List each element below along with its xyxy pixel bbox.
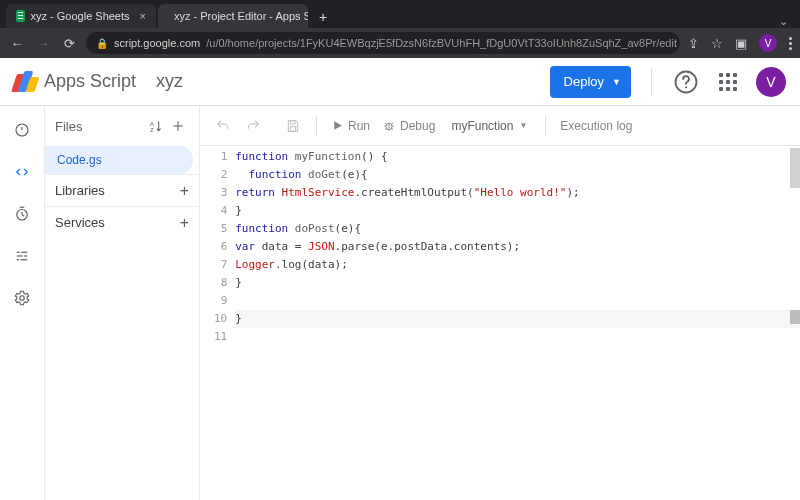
profile-avatar[interactable]: V xyxy=(759,34,777,52)
window-controls: ⌄ xyxy=(779,15,800,28)
lock-icon: 🔒 xyxy=(96,38,108,49)
libraries-section[interactable]: Libraries + xyxy=(45,174,199,206)
editor-area: Run Debug myFunction ▼ Execution log 123… xyxy=(200,106,800,500)
svg-marker-23 xyxy=(334,121,342,130)
new-tab-button[interactable]: + xyxy=(312,6,334,28)
left-rail xyxy=(0,106,44,500)
add-service-icon[interactable]: + xyxy=(180,214,189,232)
caret-down-icon: ▼ xyxy=(612,77,621,87)
google-apps-icon[interactable] xyxy=(714,68,742,96)
rail-triggers-icon[interactable] xyxy=(8,200,36,228)
project-name[interactable]: xyz xyxy=(156,71,183,92)
divider xyxy=(545,116,546,136)
brand-name: Apps Script xyxy=(44,71,136,92)
section-label: Libraries xyxy=(55,183,105,198)
address-bar[interactable]: 🔒 script.google.com/u/0/home/projects/1F… xyxy=(86,32,680,54)
svg-line-28 xyxy=(385,123,387,124)
rail-overview-icon[interactable] xyxy=(8,116,36,144)
apps-script-app: Apps Script xyz Deploy ▼ V xyxy=(0,58,800,500)
star-icon[interactable]: ☆ xyxy=(711,36,723,51)
files-title: Files xyxy=(55,119,82,134)
file-panel: Files AZ Code.gs Libraries + Services xyxy=(44,106,200,500)
minimap[interactable] xyxy=(790,146,800,500)
function-selector[interactable]: myFunction ▼ xyxy=(443,119,535,133)
line-gutter: 1234567891011 xyxy=(200,148,235,346)
close-icon[interactable]: × xyxy=(140,10,146,22)
code-editor[interactable]: 1234567891011 function myFunction() { fu… xyxy=(200,146,800,500)
deploy-button[interactable]: Deploy ▼ xyxy=(550,66,631,98)
code-lines[interactable]: function myFunction() { function doGet(e… xyxy=(235,148,800,346)
extensions-icon[interactable]: ▣ xyxy=(735,36,747,51)
rail-settings-icon[interactable] xyxy=(8,284,36,312)
save-icon[interactable] xyxy=(280,113,306,139)
divider xyxy=(651,68,652,96)
file-name: Code.gs xyxy=(57,153,102,167)
apps-script-logo-icon xyxy=(14,71,36,93)
chevron-down-icon[interactable]: ⌄ xyxy=(779,15,788,28)
share-icon[interactable]: ⇪ xyxy=(688,36,699,51)
caret-down-icon: ▼ xyxy=(519,121,527,130)
rail-editor-icon[interactable] xyxy=(8,158,36,186)
tab-title: xyz - Project Editor - Apps Sc xyxy=(174,10,308,22)
file-item[interactable]: Code.gs xyxy=(45,146,193,174)
svg-rect-21 xyxy=(290,120,295,123)
editor-toolbar: Run Debug myFunction ▼ Execution log xyxy=(200,106,800,146)
sheets-icon xyxy=(16,10,25,22)
svg-rect-22 xyxy=(290,126,295,131)
rail-executions-icon[interactable] xyxy=(8,242,36,270)
url-path: /u/0/home/projects/1FyKU4EWBqzjE5fDzsN6f… xyxy=(206,37,677,49)
sort-icon[interactable]: AZ xyxy=(145,115,167,137)
section-label: Services xyxy=(55,215,105,230)
svg-point-1 xyxy=(685,86,687,88)
svg-line-29 xyxy=(391,123,393,124)
reload-button[interactable]: ⟳ xyxy=(60,34,78,52)
browser-toolbar: ← → ⟳ 🔒 script.google.com/u/0/home/proje… xyxy=(0,28,800,58)
svg-text:Z: Z xyxy=(150,127,154,133)
browser-tab[interactable]: xyz - Google Sheets × xyxy=(6,4,156,28)
back-button[interactable]: ← xyxy=(8,34,26,52)
divider xyxy=(316,116,317,136)
svg-text:A: A xyxy=(150,121,154,127)
help-icon[interactable] xyxy=(672,68,700,96)
redo-icon[interactable] xyxy=(240,113,266,139)
svg-line-7 xyxy=(22,215,24,217)
url-host: script.google.com xyxy=(114,37,200,49)
browser-chrome: xyz - Google Sheets × xyz - Project Edit… xyxy=(0,0,800,58)
tab-title: xyz - Google Sheets xyxy=(31,10,130,22)
files-header: Files AZ xyxy=(45,106,199,146)
forward-button[interactable]: → xyxy=(34,34,52,52)
debug-button[interactable]: Debug xyxy=(378,119,439,133)
add-library-icon[interactable]: + xyxy=(180,182,189,200)
undo-icon[interactable] xyxy=(210,113,236,139)
kebab-menu-icon[interactable] xyxy=(789,37,792,50)
tab-strip: xyz - Google Sheets × xyz - Project Edit… xyxy=(0,0,800,28)
execution-log-button[interactable]: Execution log xyxy=(556,119,636,133)
add-file-icon[interactable] xyxy=(167,115,189,137)
account-avatar[interactable]: V xyxy=(756,67,786,97)
app-body: Files AZ Code.gs Libraries + Services xyxy=(0,106,800,500)
svg-point-15 xyxy=(20,296,25,301)
services-section[interactable]: Services + xyxy=(45,206,199,238)
app-header: Apps Script xyz Deploy ▼ V xyxy=(0,58,800,106)
browser-tab[interactable]: xyz - Project Editor - Apps Sc × xyxy=(158,4,308,28)
brand[interactable]: Apps Script xyxy=(14,71,136,93)
run-button[interactable]: Run xyxy=(327,119,374,133)
